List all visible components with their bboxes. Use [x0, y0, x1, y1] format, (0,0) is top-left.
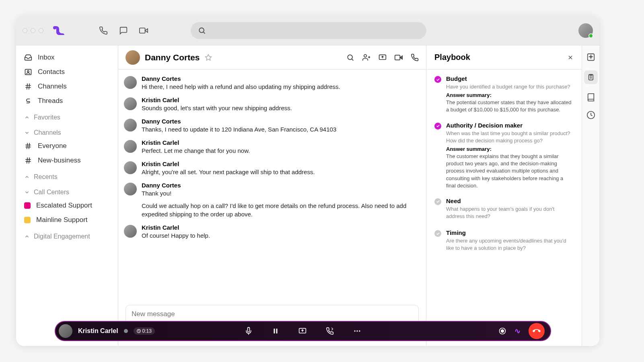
call-avatar[interactable] — [59, 324, 72, 338]
message-avatar — [124, 161, 137, 174]
svg-point-44 — [356, 330, 358, 331]
message-input[interactable] — [132, 310, 413, 318]
svg-point-47 — [501, 330, 504, 333]
message-sender: Danny Cortes — [142, 118, 413, 125]
playbook-header: Playbook — [426, 45, 582, 70]
video-call-icon[interactable] — [395, 53, 403, 62]
svg-point-43 — [354, 330, 356, 331]
playbook-prompt: What happens to your team's goals if you… — [446, 206, 574, 220]
sidebar: Inbox Contacts Channels Threads Favorite… — [16, 45, 118, 346]
minimize-window[interactable] — [31, 28, 35, 33]
contact-avatar[interactable] — [126, 50, 140, 65]
status-online-icon — [588, 33, 593, 38]
channel-new-business[interactable]: New-business — [16, 153, 118, 168]
chevron-up-icon — [24, 234, 30, 239]
message-avatar — [124, 183, 137, 195]
playbook-item[interactable]: NeedWhat happens to your team's goals if… — [434, 197, 574, 221]
add-person-icon[interactable] — [362, 53, 370, 62]
chat-icon[interactable] — [119, 26, 128, 35]
svg-line-7 — [27, 84, 28, 90]
playbook-prompt: Have you identified a budget range for t… — [446, 83, 574, 90]
check-done-icon — [434, 76, 441, 83]
search-bar[interactable] — [191, 22, 426, 39]
share-screen-icon[interactable] — [298, 327, 307, 335]
section-callcenters[interactable]: Call Centers — [16, 183, 118, 198]
callcenter-escalated[interactable]: Escalated Support — [16, 198, 118, 213]
svg-line-16 — [29, 158, 30, 164]
more-icon[interactable] — [353, 327, 361, 335]
svg-marker-17 — [205, 54, 211, 60]
nav-channels[interactable]: Channels — [16, 79, 118, 94]
svg-rect-41 — [276, 329, 278, 333]
star-icon[interactable] — [205, 54, 212, 61]
screen-share-icon[interactable] — [379, 53, 387, 62]
maximize-window[interactable] — [39, 28, 43, 33]
playbook-prompt: Are there any upcoming events/deadlines … — [446, 237, 574, 252]
nav-inbox[interactable]: Inbox — [16, 50, 118, 65]
chat-pane: Danny Cortes Danny CortesHi there, I nee… — [118, 45, 426, 346]
svg-rect-40 — [274, 329, 275, 333]
record-icon[interactable] — [498, 327, 506, 335]
section-channels[interactable]: Channels — [16, 123, 118, 139]
color-chip — [24, 217, 31, 223]
close-window[interactable] — [23, 28, 27, 33]
close-icon[interactable] — [567, 54, 574, 61]
message-sender: Kristin Carlel — [142, 97, 413, 103]
mic-icon[interactable] — [245, 327, 253, 335]
top-actions — [99, 26, 148, 35]
playbook-item[interactable]: TimingAre there any upcoming events/dead… — [434, 229, 574, 253]
section-favorites[interactable]: Favorites — [16, 108, 118, 123]
svg-line-12 — [29, 143, 30, 149]
svg-point-2 — [199, 28, 204, 33]
message-text: Sounds good, let's start with your new s… — [142, 104, 413, 112]
section-digital[interactable]: Digital Engagement — [16, 227, 118, 243]
check-pending-icon — [434, 230, 441, 237]
channel-label: New-business — [38, 156, 81, 165]
nav-label: Inbox — [38, 53, 55, 62]
playbook-answer-label: Answer summary: — [446, 146, 574, 152]
channel-everyone[interactable]: Everyone — [16, 139, 118, 153]
message-avatar — [124, 76, 137, 89]
history-icon[interactable] — [586, 111, 595, 119]
check-pending-icon — [434, 198, 441, 205]
book-icon[interactable] — [586, 93, 595, 102]
nav-threads[interactable]: Threads — [16, 94, 118, 108]
callcenter-label: Mainline Support — [36, 216, 88, 224]
clipboard-icon[interactable] — [584, 70, 598, 84]
pause-icon[interactable] — [272, 327, 279, 335]
phone-dropdown-icon[interactable] — [411, 53, 419, 62]
svg-rect-1 — [140, 28, 145, 33]
search-input[interactable] — [209, 28, 419, 34]
playbook-answer: The potential customer states that they … — [446, 99, 574, 113]
section-recents[interactable]: Recents — [16, 168, 118, 183]
search-icon[interactable] — [346, 53, 354, 62]
search-icon — [198, 27, 206, 35]
clock-icon — [137, 329, 141, 333]
ai-icon[interactable]: ∿ — [514, 327, 521, 335]
nav-label: Channels — [38, 82, 67, 90]
transfer-icon[interactable] — [326, 327, 334, 335]
playbook-item-title: Need — [446, 197, 574, 204]
message-text: Could we actually hop on a call? I'd lik… — [142, 202, 413, 218]
message-text: Of course! Happy to help. — [142, 231, 413, 240]
chat-actions — [346, 53, 419, 62]
hash-icon — [24, 156, 32, 165]
message-avatar — [124, 140, 137, 153]
callcenter-label: Escalated Support — [36, 202, 92, 210]
message-sender: Danny Cortes — [142, 182, 413, 189]
threads-icon — [24, 97, 32, 105]
video-icon[interactable] — [139, 26, 148, 35]
playbook-answer: The customer explains that they bought a… — [446, 153, 574, 189]
playbook-item[interactable]: BudgetHave you identified a budget range… — [434, 75, 574, 114]
playbook-item[interactable]: Authority / Decision makerWhen was the l… — [434, 122, 574, 189]
sparkle-icon[interactable] — [586, 53, 595, 62]
svg-point-4 — [27, 70, 29, 72]
nav-contacts[interactable]: Contacts — [16, 65, 118, 79]
callcenter-mainline[interactable]: Mainline Support — [16, 213, 118, 227]
user-avatar[interactable] — [578, 23, 593, 38]
call-right: ∿ — [498, 323, 545, 339]
message-group: Danny CortesThanks, I need to update it … — [124, 118, 413, 134]
svg-line-8 — [29, 84, 30, 90]
hangup-button[interactable] — [529, 323, 545, 339]
phone-icon[interactable] — [99, 26, 108, 35]
